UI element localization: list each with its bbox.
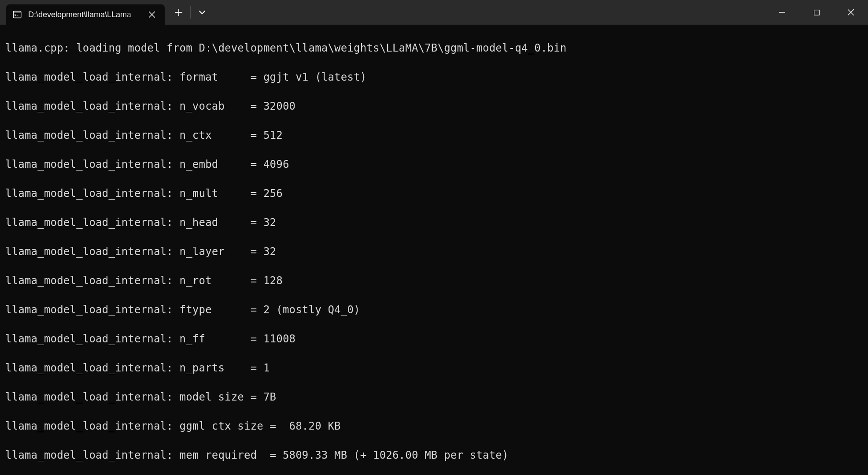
tab-dropdown-button[interactable] xyxy=(191,0,214,25)
tab-close-button[interactable] xyxy=(146,9,158,20)
maximize-button[interactable] xyxy=(799,0,834,25)
output-line: llama_model_load_internal: n_mult = 256 xyxy=(5,186,863,201)
output-line: llama_model_load_internal: n_rot = 128 xyxy=(5,274,863,288)
terminal-output[interactable]: llama.cpp: loading model from D:\develop… xyxy=(0,25,868,475)
output-line: llama_model_load_internal: model size = … xyxy=(5,390,863,404)
output-line: llama_model_load_internal: n_parts = 1 xyxy=(5,361,863,375)
close-window-button[interactable] xyxy=(834,0,868,25)
output-line: llama.cpp: loading model from D:\develop… xyxy=(5,41,863,56)
window-controls xyxy=(765,0,868,25)
output-line: llama_model_load_internal: ftype = 2 (mo… xyxy=(5,303,863,317)
svg-rect-8 xyxy=(814,10,819,15)
terminal-icon xyxy=(12,10,22,19)
tab-actions xyxy=(167,0,214,25)
new-tab-button[interactable] xyxy=(167,0,190,25)
tab-title: D:\development\llama\LLama xyxy=(28,10,141,19)
output-line: llama_model_load_internal: ggml ctx size… xyxy=(5,419,863,434)
output-line: llama_model_load_internal: mem required … xyxy=(5,448,863,463)
output-line: llama_model_load_internal: n_layer = 32 xyxy=(5,245,863,259)
output-line: llama_model_load_internal: n_ff = 11008 xyxy=(5,332,863,346)
titlebar-drag-region[interactable] xyxy=(214,0,765,25)
output-line: llama_model_load_internal: n_embd = 4096 xyxy=(5,157,863,172)
tab-active[interactable]: D:\development\llama\LLama xyxy=(6,4,165,25)
output-line: llama_model_load_internal: n_ctx = 512 xyxy=(5,128,863,143)
output-line: llama_model_load_internal: format = ggjt… xyxy=(5,70,863,85)
minimize-button[interactable] xyxy=(765,0,799,25)
output-line: llama_model_load_internal: n_vocab = 320… xyxy=(5,99,863,114)
titlebar: D:\development\llama\LLama xyxy=(0,0,868,25)
output-line: llama_model_load_internal: n_head = 32 xyxy=(5,215,863,230)
svg-rect-0 xyxy=(13,11,21,18)
